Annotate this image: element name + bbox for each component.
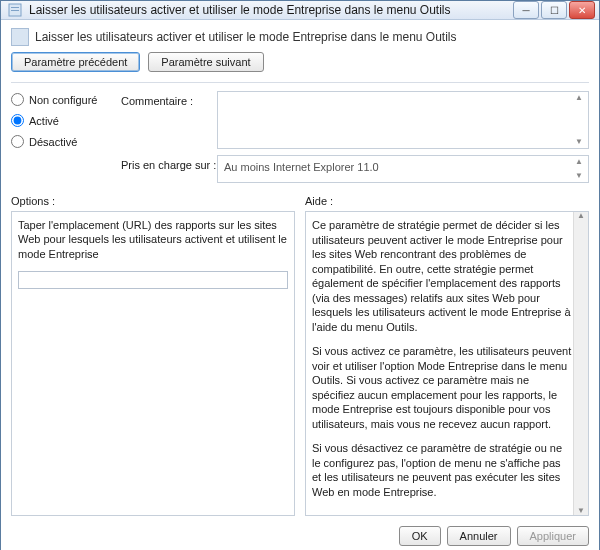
radio-enabled-label: Activé	[29, 115, 59, 127]
lower-panes: Taper l'emplacement (URL) des rapports s…	[11, 211, 589, 516]
next-setting-button[interactable]: Paramètre suivant	[148, 52, 263, 72]
policy-icon	[7, 2, 23, 18]
window-title: Laisser les utilisateurs activer et util…	[29, 3, 513, 17]
radio-disabled-label: Désactivé	[29, 136, 77, 148]
help-paragraph: Ce paramètre de stratégie permet de déci…	[312, 218, 572, 334]
policy-header-icon	[11, 28, 29, 46]
help-paragraph: Si vous activez ce paramètre, les utilis…	[312, 344, 572, 431]
svg-rect-2	[11, 10, 19, 11]
help-pane: Ce paramètre de stratégie permet de déci…	[305, 211, 589, 516]
options-url-input[interactable]	[18, 271, 288, 289]
options-description: Taper l'emplacement (URL) des rapports s…	[12, 212, 294, 267]
dialog-buttons: OK Annuler Appliquer	[11, 516, 589, 546]
scroll-up-icon[interactable]: ▲	[572, 94, 586, 102]
minimize-button[interactable]: ─	[513, 1, 539, 19]
radio-not-configured-label: Non configuré	[29, 94, 98, 106]
radio-disabled[interactable]: Désactivé	[11, 135, 121, 148]
options-pane: Taper l'emplacement (URL) des rapports s…	[11, 211, 295, 516]
cancel-button[interactable]: Annuler	[447, 526, 511, 546]
apply-button[interactable]: Appliquer	[517, 526, 589, 546]
close-button[interactable]: ✕	[569, 1, 595, 19]
scroll-down-icon[interactable]: ▼	[572, 138, 586, 146]
nav-row: Paramètre précédent Paramètre suivant	[11, 52, 589, 72]
separator	[11, 82, 589, 83]
header-text: Laisser les utilisateurs activer et util…	[35, 30, 457, 44]
state-radios: Non configuré Activé Désactivé	[11, 91, 121, 148]
radio-not-configured[interactable]: Non configuré	[11, 93, 121, 106]
config-grid: Non configuré Activé Désactivé Commentai…	[11, 91, 589, 183]
comment-label: Commentaire :	[121, 91, 217, 107]
client-area: Laisser les utilisateurs activer et util…	[1, 20, 599, 550]
titlebar[interactable]: Laisser les utilisateurs activer et util…	[1, 1, 599, 20]
radio-enabled[interactable]: Activé	[11, 114, 121, 127]
help-scrollbar[interactable]: ▲ ▼	[573, 212, 588, 515]
radio-enabled-input[interactable]	[11, 114, 24, 127]
supported-scroll[interactable]: ▲ ▼	[572, 158, 586, 180]
previous-setting-button[interactable]: Paramètre précédent	[11, 52, 140, 72]
scroll-down-icon[interactable]: ▼	[572, 172, 586, 180]
help-paragraph: Si vous désactivez ce paramètre de strat…	[312, 441, 572, 499]
options-label: Options :	[11, 195, 295, 207]
comment-scroll[interactable]: ▲ ▼	[572, 94, 586, 146]
maximize-button[interactable]: ☐	[541, 1, 567, 19]
window-controls: ─ ☐ ✕	[513, 1, 595, 19]
supported-on-text: Au moins Internet Explorer 11.0	[224, 161, 379, 173]
help-label: Aide :	[305, 195, 589, 207]
supported-on-box: Au moins Internet Explorer 11.0 ▲ ▼	[217, 155, 589, 183]
radio-not-configured-input[interactable]	[11, 93, 24, 106]
ok-button[interactable]: OK	[399, 526, 441, 546]
scroll-up-icon[interactable]: ▲	[572, 158, 586, 166]
supported-label: Pris en charge sur :	[121, 155, 217, 171]
lower-labels: Options : Aide :	[11, 195, 589, 211]
dialog-window: Laisser les utilisateurs activer et util…	[0, 0, 600, 550]
svg-rect-1	[11, 7, 19, 8]
scroll-up-icon[interactable]: ▲	[577, 212, 585, 220]
comment-textarea[interactable]: ▲ ▼	[217, 91, 589, 149]
scroll-down-icon[interactable]: ▼	[577, 507, 585, 515]
header-row: Laisser les utilisateurs activer et util…	[11, 28, 589, 46]
help-content: Ce paramètre de stratégie permet de déci…	[306, 212, 588, 515]
radio-disabled-input[interactable]	[11, 135, 24, 148]
